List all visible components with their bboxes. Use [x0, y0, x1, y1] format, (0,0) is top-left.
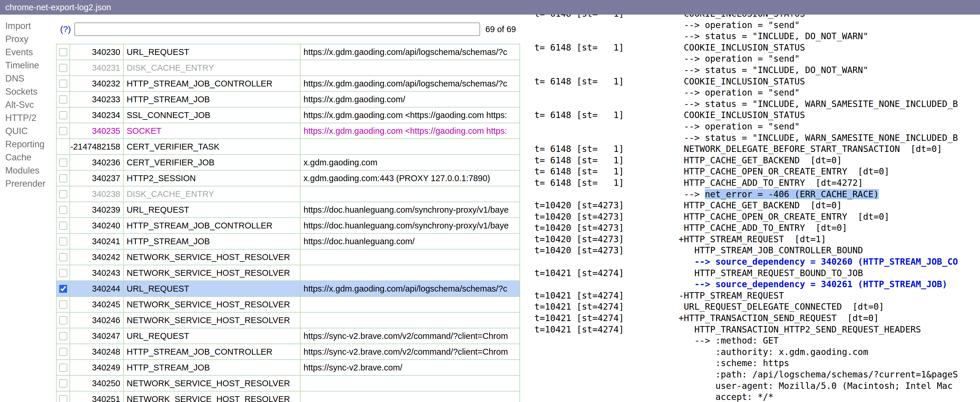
table-row[interactable]: 340246NETWORK_SERVICE_HOST_RESOLVER — [57, 313, 520, 329]
sidebar-item-proxy[interactable]: Proxy — [0, 32, 56, 46]
sidebar-item-modules[interactable]: Modules — [0, 164, 56, 177]
source-type: URL_REQUEST — [124, 281, 301, 296]
log-text: HTTP_CACHE_GET_BACKEND [dt=0] — [679, 155, 842, 166]
row-checkbox[interactable] — [59, 206, 67, 214]
row-checkbox[interactable] — [59, 364, 67, 372]
row-checkbox[interactable] — [59, 222, 67, 230]
row-checkbox[interactable] — [59, 269, 67, 277]
log-line: t=10420 [st=4273] HTTP_CACHE_GET_BACKEND… — [535, 200, 980, 211]
row-checkbox[interactable] — [59, 316, 67, 324]
table-row[interactable]: 340248HTTP_STREAM_JOB_CONTROLLERhttps://… — [57, 344, 520, 360]
log-timestamp — [535, 132, 679, 144]
sidebar-item-prerender[interactable]: Prerender — [0, 177, 56, 190]
sidebar-item-reporting[interactable]: Reporting — [0, 137, 56, 151]
row-checkbox[interactable] — [59, 96, 67, 104]
log-timestamp — [535, 121, 679, 132]
checkbox-cell — [57, 391, 70, 402]
source-id: 340247 — [70, 329, 124, 344]
log-line: :authority: x.gdm.gaoding.com — [535, 346, 980, 358]
table-row[interactable]: 340234SSL_CONNECT_JOBhttps://x.gdm.gaodi… — [57, 107, 520, 123]
source-type: NETWORK_SERVICE_HOST_RESOLVER — [124, 265, 301, 281]
table-row[interactable]: 340251NETWORK_SERVICE_HOST_RESOLVER — [57, 391, 520, 402]
source-type: NETWORK_SERVICE_HOST_RESOLVER — [124, 376, 301, 391]
source-id: 340244 — [70, 281, 124, 296]
log-timestamp — [535, 335, 679, 346]
sidebar-item-sockets[interactable]: Sockets — [0, 85, 56, 98]
filter-input[interactable] — [75, 22, 480, 36]
table-row[interactable]: 340247URL_REQUESThttps://sync-v2.brave.c… — [57, 329, 520, 344]
table-row[interactable]: 340250NETWORK_SERVICE_HOST_RESOLVER — [57, 376, 520, 391]
source-description: https://x.gdm.gaoding.com/api/logschema/… — [301, 281, 520, 296]
row-checkbox[interactable] — [59, 48, 67, 56]
row-checkbox[interactable] — [59, 380, 67, 388]
row-checkbox[interactable] — [59, 301, 67, 308]
source-id: 340250 — [70, 376, 124, 391]
events-table[interactable]: 340230URL_REQUESThttps://x.gdm.gaoding.c… — [56, 44, 520, 402]
table-row[interactable]: 340243NETWORK_SERVICE_HOST_RESOLVER — [57, 265, 520, 281]
table-row[interactable]: 340244URL_REQUESThttps://x.gdm.gaoding.c… — [57, 281, 520, 297]
log-timestamp: t=10421 [st=4274] — [535, 301, 679, 313]
log-timestamp — [535, 346, 679, 358]
source-type: SSL_CONNECT_JOB — [124, 107, 301, 123]
table-row[interactable]: 340249HTTP_STREAM_JOBhttps://sync-v2.bra… — [57, 360, 520, 376]
sidebar-item-alt-svc[interactable]: Alt-Svc — [0, 98, 56, 111]
row-checkbox[interactable] — [59, 174, 67, 182]
table-row[interactable]: 340245NETWORK_SERVICE_HOST_RESOLVER — [57, 297, 520, 313]
checkbox-cell — [57, 297, 70, 312]
log-text: HTTP_STREAM_JOB_CONTROLLER_BOUND — [679, 245, 863, 256]
log-timestamp: t=10420 [st=4273] — [535, 234, 679, 245]
row-checkbox[interactable] — [59, 64, 67, 72]
title-bar: chrome-net-export-log2.json — [0, 0, 980, 14]
filter-help-link[interactable]: (?) — [60, 24, 71, 34]
main-content: ImportProxyEventsTimelineDNSSocketsAlt-S… — [0, 14, 980, 402]
table-row[interactable]: 340242NETWORK_SERVICE_HOST_RESOLVER — [57, 249, 520, 265]
log-timestamp: t= 6148 [st= 1] — [535, 166, 679, 177]
row-checkbox[interactable] — [59, 332, 67, 340]
source-description — [301, 297, 520, 312]
source-dependency-link[interactable]: --> source_dependency = 340261 (HTTP_STR… — [679, 279, 947, 290]
checkbox-cell — [57, 329, 70, 344]
row-checkbox[interactable] — [59, 395, 67, 402]
row-checkbox[interactable] — [59, 238, 67, 246]
table-row[interactable]: 340240HTTP_STREAM_JOB_CONTROLLERhttps://… — [57, 218, 520, 234]
log-text: :authority: x.gdm.gaoding.com — [679, 346, 868, 358]
sidebar-item-http-2[interactable]: HTTP/2 — [0, 111, 56, 124]
row-checkbox[interactable] — [59, 285, 67, 293]
table-row[interactable]: 340231DISK_CACHE_ENTRY — [57, 60, 520, 76]
sidebar-item-import[interactable]: Import — [0, 19, 56, 32]
log-timestamp: t= 6148 [st= 1] — [535, 155, 679, 166]
table-row[interactable]: 340241HTTP_STREAM_JOBhttps://doc.huanleg… — [57, 234, 520, 249]
source-type: URL_REQUEST — [124, 202, 301, 217]
log-text: --> status = "INCLUDE, WARN_SAMESITE_NON… — [679, 132, 958, 144]
table-row[interactable]: 340232HTTP_STREAM_JOB_CONTROLLERhttps://… — [57, 76, 520, 92]
log-line: --> status = "INCLUDE, WARN_SAMESITE_NON… — [535, 99, 980, 110]
row-checkbox[interactable] — [59, 253, 67, 261]
table-row[interactable]: 340230URL_REQUESThttps://x.gdm.gaoding.c… — [57, 45, 520, 60]
log-text: -HTTP_STREAM_REQUEST — [679, 290, 784, 302]
table-row[interactable]: -2147482158CERT_VERIFIER_TASK — [57, 139, 520, 155]
table-row[interactable]: 340239URL_REQUESThttps://doc.huanleguang… — [57, 202, 520, 218]
checkbox-cell — [57, 265, 70, 281]
table-row[interactable]: 340236CERT_VERIFIER_JOBx.gdm.gaoding.com — [57, 155, 520, 171]
source-description: https://sync-v2.brave.com/v2/command/?cl… — [301, 344, 520, 359]
sidebar-item-dns[interactable]: DNS — [0, 72, 56, 85]
row-checkbox[interactable] — [59, 159, 67, 166]
source-type: URL_REQUEST — [124, 45, 301, 60]
row-checkbox[interactable] — [59, 190, 67, 198]
table-row[interactable]: 340233HTTP_STREAM_JOBhttps://x.gdm.gaodi… — [57, 92, 520, 107]
details-panel[interactable]: t= 6148 [st= 1] COOKIE_INCLUSION_STATUS … — [520, 14, 980, 402]
row-checkbox[interactable] — [59, 111, 67, 119]
sidebar-item-events[interactable]: Events — [0, 46, 56, 59]
table-row[interactable]: 340237HTTP2_SESSIONx.gdm.gaoding.com:443… — [57, 171, 520, 187]
row-checkbox[interactable] — [59, 348, 67, 356]
row-checkbox[interactable] — [59, 127, 67, 135]
source-dependency-link[interactable]: --> source_dependency = 340260 (HTTP_STR… — [679, 256, 958, 268]
source-type: HTTP_STREAM_JOB_CONTROLLER — [124, 218, 301, 233]
sidebar-item-cache[interactable]: Cache — [0, 151, 56, 164]
table-row[interactable]: 340238DISK_CACHE_ENTRY — [57, 187, 520, 202]
table-row[interactable]: 340235SOCKEThttps://x.gdm.gaoding.com <h… — [57, 123, 520, 139]
row-checkbox[interactable] — [59, 80, 67, 88]
log-line: t=10421 [st=4274]+HTTP_TRANSACTION_SEND_… — [535, 313, 980, 324]
sidebar-item-quic[interactable]: QUIC — [0, 124, 56, 137]
sidebar-item-timeline[interactable]: Timeline — [0, 59, 56, 72]
